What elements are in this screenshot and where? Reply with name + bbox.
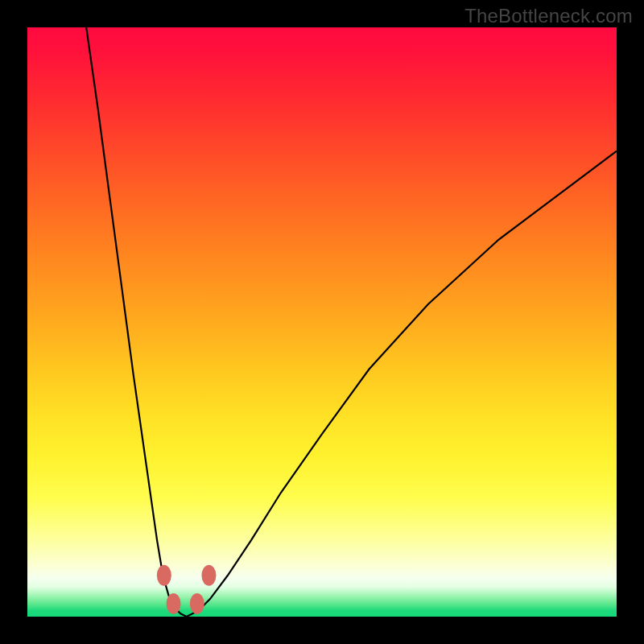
marker-right-upper <box>201 565 216 586</box>
marker-group <box>157 565 217 614</box>
marker-left-lower <box>167 593 181 614</box>
marker-left-upper <box>157 565 171 586</box>
plot-area <box>27 27 617 617</box>
watermark-text: TheBottleneck.com <box>464 5 633 27</box>
bottleneck-curve-right <box>187 151 617 617</box>
bottleneck-curve-left <box>86 27 186 617</box>
curve-layer <box>27 27 617 617</box>
marker-right-lower <box>190 593 204 614</box>
